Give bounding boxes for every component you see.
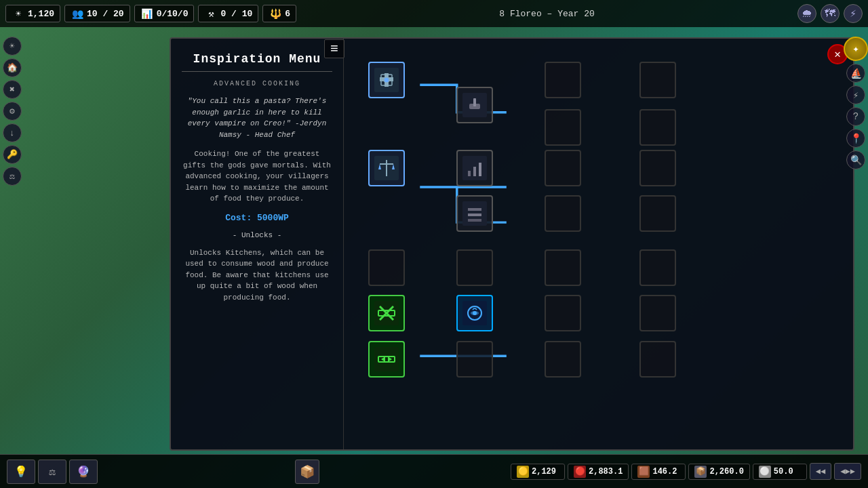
lightbulb-button[interactable]: 💡 <box>7 460 35 484</box>
left-sidebar: ☀ 🏠 ✖ ⚙ ↓ 🔑 ⚖ <box>0 34 24 188</box>
resource-white-value: 50.0 <box>774 467 793 476</box>
connector-lines <box>355 49 842 449</box>
date-value: 8 Floreo – Year 20 <box>499 9 594 19</box>
resource-gray: 📦 2,260.0 <box>688 464 749 480</box>
svg-point-25 <box>473 311 477 315</box>
tech-node-scale[interactable] <box>368 150 405 186</box>
inspiration-modal: Inspiration Menu ADVANCED COOKING "You c… <box>170 37 854 451</box>
cost-text: Cost: 5000WP <box>182 213 332 223</box>
svg-rect-27 <box>378 357 395 362</box>
tech-node-kitchen[interactable] <box>456 295 493 331</box>
bottom-center: 📦 <box>106 460 508 484</box>
orb-button[interactable]: 🔮 <box>69 460 98 484</box>
unlock-description: Unlocks Kitchens, which can be used to c… <box>182 247 332 304</box>
filter-value: 6 <box>285 9 290 19</box>
balance-button[interactable]: ⚖ <box>38 460 66 484</box>
quote-text: "You call this a pasta? There's enough g… <box>182 96 332 140</box>
resource-white: ⚪ 50.0 <box>753 464 807 480</box>
ship-icon[interactable]: ⛵ <box>846 64 865 83</box>
workers-icon: ⚒ <box>204 7 218 20</box>
svg-rect-7 <box>473 98 476 106</box>
workers-value: 0 / 10 <box>220 9 252 19</box>
svg-rect-18 <box>468 219 481 222</box>
resource-gray-value: 2,260.0 <box>709 467 743 476</box>
next-next-button[interactable]: ◀▶▶ <box>834 463 861 480</box>
map-icon[interactable]: 🗺 <box>821 4 840 23</box>
tech-node-empty-r7c6[interactable] <box>639 295 676 331</box>
close-icon: ✕ <box>834 47 841 61</box>
unlocks-label: - Unlocks - <box>182 231 332 239</box>
tech-node-empty-r5c0[interactable] <box>368 249 405 286</box>
tech-node-empty-r9c2[interactable] <box>456 341 493 378</box>
tech-node-empty-r1c4[interactable] <box>545 62 581 98</box>
compass-icon[interactable]: ✦ <box>844 37 868 61</box>
tech-node-cross[interactable] <box>368 295 405 331</box>
resources-icon: 📊 <box>140 7 154 20</box>
filter-icon: 🔱 <box>269 7 282 20</box>
tech-node-empty-r3c4[interactable] <box>545 150 581 186</box>
lightning-icon[interactable]: ⚡ <box>844 4 863 23</box>
tech-tree-panel: ✕ <box>344 39 853 449</box>
population-icon: 👥 <box>71 7 84 20</box>
sidebar-btn-sun[interactable]: ☀ <box>3 37 22 56</box>
filter-display: 🔱 6 <box>262 5 296 22</box>
population-display: 👥 10 / 20 <box>64 5 130 22</box>
location-icon[interactable]: 📍 <box>846 129 865 148</box>
tech-node-empty-r4c6[interactable] <box>639 195 676 232</box>
gold-value: 1,120 <box>28 9 54 19</box>
zoom-icon[interactable]: 🔍 <box>846 150 865 169</box>
sidebar-btn-gear[interactable]: ⚙ <box>3 102 22 121</box>
tech-node-empty-r5c2[interactable] <box>456 249 493 286</box>
tech-node-bars2[interactable] <box>456 195 493 232</box>
top-hud: ☀ 1,120 👥 10 / 20 📊 0/10/0 ⚒ 0 / 10 🔱 6 … <box>0 0 868 27</box>
resource-gold-icon: 🟡 <box>517 466 529 478</box>
resource-red-value: 2,883.1 <box>589 467 623 476</box>
sidebar-btn-down[interactable]: ↓ <box>3 123 22 142</box>
gold-icon: ☀ <box>12 7 25 20</box>
tech-node-empty-r2c6[interactable] <box>639 109 676 146</box>
resource-brown: 🟫 146.2 <box>631 464 686 480</box>
tech-node-empty-r5c4[interactable] <box>545 249 581 286</box>
resource-brown-icon: 🟫 <box>637 466 650 478</box>
svg-rect-12 <box>468 171 471 176</box>
resources-value: 0/10/0 <box>157 9 189 19</box>
lightning-btn[interactable]: ⚡ <box>846 85 865 104</box>
resource-white-icon: ⚪ <box>759 466 771 478</box>
bottom-bar: 💡 ⚖ 🔮 📦 🟡 2,129 🔴 2,883.1 🟫 146.2 📦 2,26… <box>0 454 868 488</box>
sidebar-btn-tools[interactable]: ✖ <box>3 80 22 99</box>
bag-button[interactable]: 📦 <box>295 460 319 484</box>
sidebar-btn-key[interactable]: 🔑 <box>3 145 22 164</box>
gold-display: ☀ 1,120 <box>5 5 60 22</box>
resource-gold: 🟡 2,129 <box>511 464 565 480</box>
tech-node-arrows[interactable] <box>368 341 405 378</box>
sidebar-btn-scale[interactable]: ⚖ <box>3 167 22 186</box>
tech-node-empty-r3c6[interactable] <box>639 150 676 186</box>
sidebar-btn-home[interactable]: 🏠 <box>3 58 22 77</box>
tech-node-empty-r5c6[interactable] <box>639 249 676 286</box>
hud-right-icons: 🌧 🗺 ⚡ <box>797 4 863 23</box>
tech-node-hammer[interactable] <box>456 87 493 123</box>
tech-node-empty-r1c6[interactable] <box>639 62 676 98</box>
resource-gold-value: 2,129 <box>532 467 556 476</box>
bottom-left-buttons: 💡 ⚖ 🔮 <box>7 460 98 484</box>
tech-node-mill[interactable] <box>368 62 405 98</box>
prev-prev-button[interactable]: ◀◀ <box>810 463 831 480</box>
tech-node-empty-r9c6[interactable] <box>639 341 676 378</box>
tech-tree <box>355 49 842 439</box>
tech-node-empty-r7c4[interactable] <box>545 295 581 331</box>
question-icon[interactable]: ? <box>846 107 865 126</box>
tech-node-empty-r4c4[interactable] <box>545 195 581 232</box>
svg-point-4 <box>384 77 389 83</box>
tech-node-empty-r9c4[interactable] <box>545 341 581 378</box>
description-text: Cooking! One of the greatest gifts the g… <box>182 148 332 205</box>
date-display: 8 Floreo – Year 20 <box>300 9 793 19</box>
info-panel: Inspiration Menu ADVANCED COOKING "You c… <box>171 39 344 449</box>
tech-node-empty-r2c4[interactable] <box>545 109 581 146</box>
bottom-right-buttons: ◀◀ ◀▶▶ <box>810 463 861 480</box>
tech-node-bars1[interactable] <box>456 150 493 186</box>
weather-icon[interactable]: 🌧 <box>797 4 816 23</box>
modal-title: Inspiration Menu <box>182 52 332 72</box>
right-sidebar: ✦ ⛵ ⚡ ? 📍 🔍 <box>844 34 868 172</box>
svg-rect-14 <box>479 163 481 176</box>
menu-button[interactable]: ≡ <box>324 39 344 58</box>
